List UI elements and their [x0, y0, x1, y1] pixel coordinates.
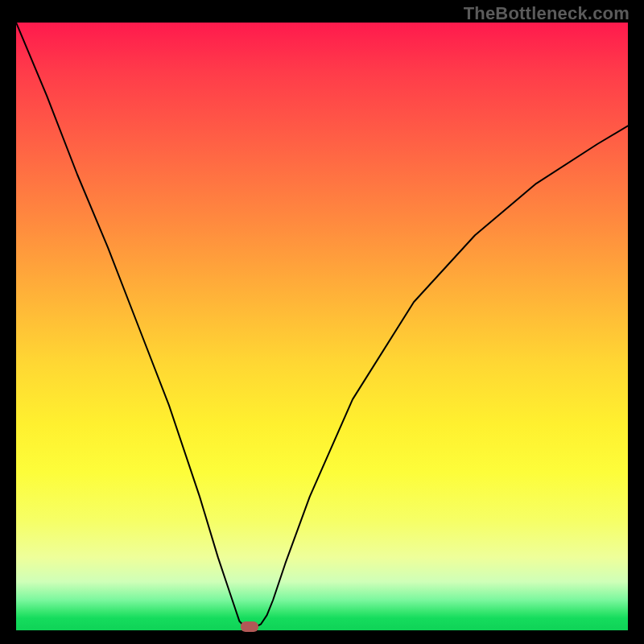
curve-svg: [16, 23, 628, 630]
bottleneck-curve: [16, 23, 628, 627]
plot-area: [16, 23, 628, 630]
chart-container: TheBottleneck.com: [0, 0, 644, 644]
watermark-text: TheBottleneck.com: [464, 3, 630, 24]
optimum-marker: [241, 621, 258, 632]
